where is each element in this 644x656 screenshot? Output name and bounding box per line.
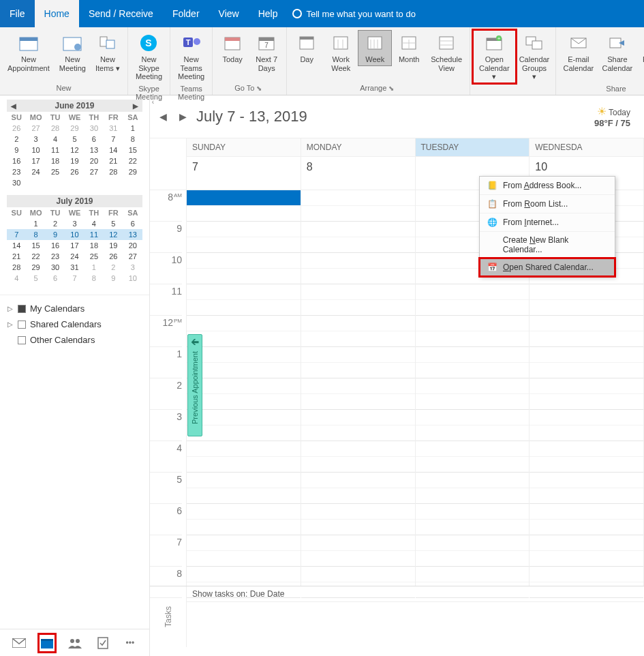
mini-day[interactable]: 28 <box>104 166 123 177</box>
next-month-icon[interactable]: ▶ <box>132 102 140 110</box>
time-slot[interactable] <box>187 331 301 347</box>
time-slot[interactable] <box>530 488 643 504</box>
mini-day[interactable]: 30 <box>46 262 65 273</box>
day-view-button[interactable]: Day <box>290 30 324 66</box>
mini-day[interactable]: 26 <box>104 251 123 262</box>
time-slot[interactable] <box>416 520 530 535</box>
share-calendar-button[interactable]: Share Calendar <box>598 30 637 74</box>
time-slot[interactable] <box>416 331 530 347</box>
mini-day[interactable]: 19 <box>104 240 123 251</box>
mini-day[interactable]: 28 <box>7 262 26 273</box>
mini-day[interactable]: 26 <box>7 123 26 134</box>
mini-day[interactable]: 20 <box>85 155 104 166</box>
checkbox-icon[interactable] <box>18 320 26 329</box>
time-slot[interactable] <box>530 331 643 347</box>
mini-day[interactable]: 12 <box>65 145 84 155</box>
mini-day[interactable]: 29 <box>26 262 45 273</box>
time-slot[interactable] <box>301 473 415 488</box>
mini-day[interactable]: 16 <box>46 240 65 251</box>
mini-day[interactable]: 9 <box>46 229 65 240</box>
time-slot[interactable] <box>301 269 415 284</box>
month-view-button[interactable]: Month <box>392 30 426 66</box>
mini-day[interactable]: 21 <box>104 155 123 166</box>
new-meeting-button[interactable]: New Meeting <box>55 30 91 74</box>
mini-day[interactable]: 17 <box>65 240 84 251</box>
time-slot[interactable] <box>187 567 301 582</box>
time-slot[interactable] <box>187 457 301 473</box>
time-slot[interactable] <box>301 551 415 567</box>
time-slot[interactable] <box>530 457 643 473</box>
next7days-button[interactable]: 7Next 7 Days <box>249 30 283 74</box>
mini-day[interactable]: 29 <box>65 123 84 134</box>
time-slot[interactable] <box>187 520 301 535</box>
time-slot[interactable] <box>530 473 643 488</box>
tab-help[interactable]: Help <box>249 0 288 27</box>
mini-day[interactable]: 1 <box>26 218 45 229</box>
time-slot[interactable] <box>187 222 301 237</box>
time-slot[interactable] <box>530 394 643 410</box>
mail-nav-icon[interactable] <box>12 635 26 651</box>
time-slot[interactable] <box>416 457 530 473</box>
checkbox-icon[interactable] <box>18 305 26 313</box>
mini-day[interactable]: 7 <box>7 229 26 240</box>
time-slot[interactable] <box>416 363 530 378</box>
mini-day[interactable]: 4 <box>85 218 104 229</box>
mini-day[interactable]: 30 <box>7 177 26 188</box>
time-slot[interactable] <box>530 410 643 426</box>
time-slot[interactable] <box>530 520 643 535</box>
time-slot[interactable] <box>416 535 530 551</box>
mini-day[interactable]: 16 <box>7 155 26 166</box>
time-slot[interactable] <box>187 441 301 457</box>
mini-day[interactable]: 30 <box>85 123 104 134</box>
mini-day[interactable]: 31 <box>104 123 123 134</box>
time-slot[interactable] <box>187 535 301 551</box>
mini-day[interactable]: 2 <box>104 262 123 273</box>
prev-month-icon[interactable]: ◀ <box>10 102 18 110</box>
mini-day[interactable]: 23 <box>7 166 26 177</box>
mini-day[interactable]: 1 <box>123 123 142 134</box>
more-nav-icon[interactable]: ••• <box>123 635 137 651</box>
mini-day[interactable]: 11 <box>85 229 104 240</box>
from-address-book-item[interactable]: 📒From Address Book... <box>480 177 615 195</box>
email-calendar-button[interactable]: E-mail Calendar <box>559 30 598 74</box>
time-slot[interactable] <box>530 284 643 300</box>
mini-day[interactable]: 18 <box>85 240 104 251</box>
time-slot[interactable] <box>530 441 643 457</box>
from-internet-item[interactable]: 🌐From Internet... <box>480 213 615 232</box>
time-slot[interactable] <box>416 567 530 582</box>
time-slot[interactable] <box>187 316 301 331</box>
time-slot[interactable] <box>187 347 301 363</box>
time-slot[interactable] <box>301 441 415 457</box>
time-slot[interactable] <box>187 206 301 222</box>
mini-day[interactable]: 24 <box>26 166 45 177</box>
weather-widget[interactable]: ☀ Today 98°F / 75 <box>594 105 637 128</box>
mini-day[interactable]: 6 <box>46 273 65 284</box>
time-slot[interactable] <box>301 300 415 316</box>
time-slot[interactable] <box>530 316 643 331</box>
open-calendar-button[interactable]: +Open Calendar ▾ <box>473 30 516 83</box>
time-slot[interactable] <box>187 410 301 426</box>
mini-day[interactable]: 15 <box>26 240 45 251</box>
tab-send-receive[interactable]: Send / Receive <box>79 0 163 27</box>
prev-week-button[interactable]: ◀ <box>157 111 170 122</box>
mini-day[interactable]: 4 <box>7 273 26 284</box>
mini-day[interactable]: 27 <box>85 166 104 177</box>
publish-online-button[interactable]: Publish Online ▾ <box>637 30 644 83</box>
mini-day[interactable]: 8 <box>85 273 104 284</box>
mini-day[interactable]: 20 <box>123 240 142 251</box>
time-slot[interactable] <box>187 269 301 284</box>
mini-calendar-june[interactable]: ◀June 2019▶ SUMOTUWETHFRSA26272829303112… <box>7 100 142 188</box>
mini-day[interactable]: 28 <box>46 123 65 134</box>
mini-day[interactable]: 31 <box>65 262 84 273</box>
mini-day[interactable]: 25 <box>85 251 104 262</box>
mini-day[interactable]: 3 <box>26 134 45 145</box>
mini-day[interactable]: 2 <box>7 134 26 145</box>
mini-day[interactable]: 7 <box>65 273 84 284</box>
time-slot[interactable] <box>416 284 530 300</box>
time-slot[interactable] <box>301 457 415 473</box>
time-slot[interactable] <box>530 504 643 520</box>
time-slot[interactable] <box>301 331 415 347</box>
collapse-sidebar-button[interactable]: ‹ <box>152 98 154 106</box>
time-slot[interactable] <box>187 237 301 253</box>
time-slot[interactable] <box>187 426 301 441</box>
